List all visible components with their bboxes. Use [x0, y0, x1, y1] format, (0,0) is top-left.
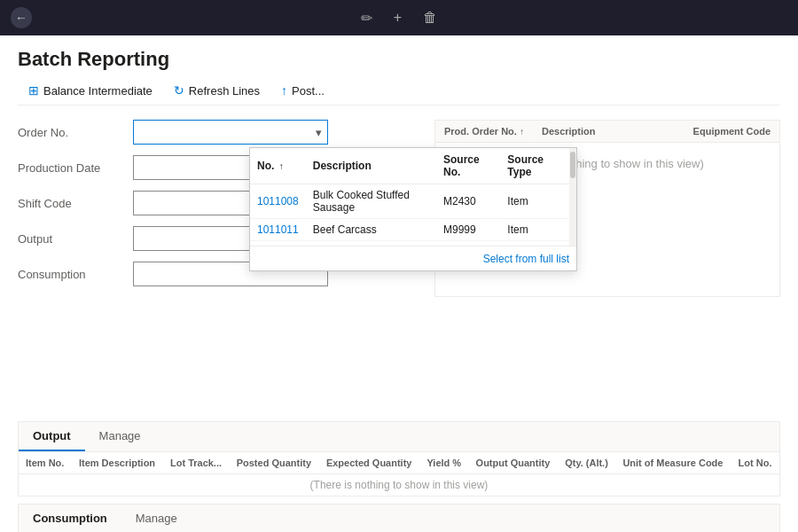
balance-intermediate-button[interactable]: ⊞ Balance Intermediate: [18, 78, 163, 105]
dropdown-col-source-type[interactable]: Source Type: [500, 148, 569, 184]
order-no-input[interactable]: ▾ No. ↑ Description Source: [133, 120, 328, 145]
dropdown-source-no: M9999: [436, 219, 500, 241]
chevron-down-icon: ▾: [316, 126, 322, 139]
form-fields: Order No. ▾ No. ↑ D: [18, 120, 328, 297]
dropdown-no[interactable]: 1011012: [250, 241, 306, 246]
prod-desc-col-header: Description: [533, 121, 605, 142]
page-title: Batch Reporting: [18, 48, 780, 71]
tab-output-manage[interactable]: Manage: [85, 422, 155, 451]
order-no-label: Order No.: [18, 126, 133, 139]
dropdown-col-desc[interactable]: Description: [306, 148, 436, 184]
output-col-header: Qty. (Alt.): [558, 452, 615, 474]
output-col-header: Expected Quantity: [319, 452, 420, 474]
dropdown-source-type: Item: [500, 184, 569, 219]
dropdown-list-item[interactable]: 1011011 Beef Carcass M9999 Item: [250, 219, 569, 241]
select-from-full-list[interactable]: Select from full list: [483, 253, 569, 265]
dropdown-no[interactable]: 1011011: [250, 219, 306, 241]
output-col-header: Lot Track...: [163, 452, 230, 474]
dropdown-no[interactable]: 1011008: [250, 184, 306, 219]
order-no-row: Order No. ▾ No. ↑ D: [18, 120, 328, 145]
dropdown-source-type: Item: [500, 219, 569, 241]
consumption-section: Consumption Manage Item No.DescriptionLo…: [18, 504, 780, 532]
consumption-label: Consumption: [18, 268, 133, 281]
edit-icon[interactable]: ✏: [361, 10, 372, 27]
output-empty: (There is nothing to show in this view): [19, 474, 779, 497]
tab-consumption-manage[interactable]: Manage: [121, 505, 192, 532]
prod-order-col-header: Prod. Order No. ↑: [435, 121, 533, 142]
action-bar: ⊞ Balance Intermediate ↻ Refresh Lines ↑…: [18, 78, 780, 106]
output-col-header: Output Quantity: [469, 452, 559, 474]
refresh-lines-button[interactable]: ↻ Refresh Lines: [163, 78, 270, 105]
dropdown-source-no: M1010: [436, 241, 500, 246]
back-button[interactable]: ←: [11, 7, 32, 28]
output-tabs: Output Manage: [19, 422, 779, 452]
tab-consumption[interactable]: Consumption: [19, 505, 121, 532]
output-col-header: Yield %: [419, 452, 468, 474]
dropdown-description: Beef Carcass: [306, 219, 436, 241]
consumption-tabs: Consumption Manage: [19, 505, 779, 532]
dropdown-col-no[interactable]: No. ↑: [250, 148, 306, 184]
output-col-header: Unit of Measure Code: [615, 452, 731, 474]
add-icon[interactable]: +: [394, 10, 402, 26]
output-label: Output: [18, 232, 133, 246]
output-col-header: Posted Quantity: [230, 452, 319, 474]
dropdown-description: Smoked Sausage Links, 10LB: [306, 241, 436, 246]
refresh-lines-icon: ↻: [174, 83, 184, 98]
balance-intermediate-icon: ⊞: [28, 83, 39, 98]
post-button[interactable]: ↑ Post...: [270, 78, 335, 105]
output-table: Item No.Item DescriptionLot Track...Post…: [19, 452, 779, 496]
delete-icon[interactable]: 🗑: [423, 10, 437, 26]
dropdown-list-item[interactable]: 1011012 Smoked Sausage Links, 10LB M1010…: [250, 241, 569, 246]
dropdown-description: Bulk Cooked Stuffed Sausage: [306, 184, 436, 219]
order-no-dropdown: No. ↑ Description Source No. Source Type…: [249, 147, 577, 271]
prod-equip-col-header: Equipment Code: [685, 121, 779, 142]
dropdown-source-type: Item: [500, 241, 569, 246]
output-col-header: Item No.: [19, 452, 72, 474]
shift-code-label: Shift Code: [18, 197, 133, 210]
production-date-label: Production Date: [18, 161, 133, 175]
tab-output[interactable]: Output: [19, 422, 85, 451]
output-col-header: Item Description: [72, 452, 163, 474]
dropdown-source-no: M2430: [436, 184, 500, 219]
post-icon: ↑: [281, 83, 287, 98]
output-col-header: Lot No.: [732, 452, 779, 474]
output-section: Output Manage Item No.Item DescriptionLo…: [18, 421, 780, 497]
dropdown-col-source-no[interactable]: Source No.: [436, 148, 500, 184]
dropdown-list-item[interactable]: 1011008 Bulk Cooked Stuffed Sausage M243…: [250, 184, 569, 219]
